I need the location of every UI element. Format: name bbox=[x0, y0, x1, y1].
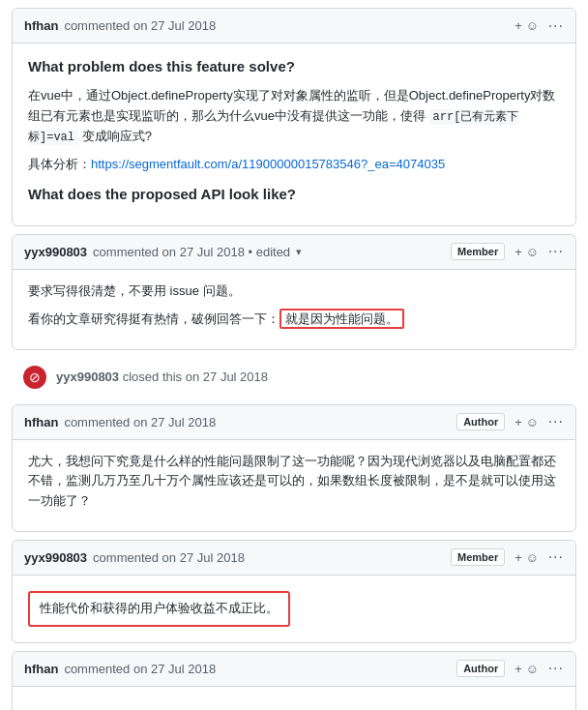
comment-2: yyx990803 commented on 27 Jul 2018 • edi… bbox=[12, 234, 576, 350]
comment-timestamp-4: commented on 27 Jul 2018 bbox=[93, 550, 245, 565]
reaction-button-5[interactable]: + ☺ bbox=[511, 660, 542, 678]
body-para-5: 尤大，我想问下究竟是什么样的性能问题限制了这一功能呢？因为现代浏览器以及电脑配置… bbox=[28, 452, 560, 512]
closed-text: yyx990803 closed this on 27 Jul 2018 bbox=[56, 370, 268, 384]
comment-meta-1: hfhan commented on 27 Jul 2018 bbox=[24, 18, 216, 33]
closed-icon: ⊘ bbox=[23, 366, 46, 389]
comment-body-3: 尤大，我想问下究竟是什么样的性能问题限制了这一功能呢？因为现代浏览器以及电脑配置… bbox=[13, 440, 575, 531]
reaction-button-1[interactable]: + ☺ bbox=[511, 16, 542, 35]
more-button-3[interactable]: ··· bbox=[548, 413, 564, 430]
comment-actions-5: Author + ☺ ··· bbox=[456, 660, 564, 678]
comment-timestamp-2: commented on 27 Jul 2018 • edited bbox=[93, 245, 290, 259]
comment-meta-2: yyx990803 commented on 27 Jul 2018 • edi… bbox=[24, 245, 302, 259]
comment-header-5: hfhan commented on 27 Jul 2018 Author + … bbox=[13, 652, 575, 687]
comment-1: hfhan commented on 27 Jul 2018 + ☺ ··· W… bbox=[12, 8, 576, 226]
member-badge-4: Member bbox=[451, 548, 505, 566]
comment-header-2: yyx990803 commented on 27 Jul 2018 • edi… bbox=[13, 235, 575, 270]
reaction-button-2[interactable]: + ☺ bbox=[511, 243, 542, 261]
comment-author-4[interactable]: yyx990803 bbox=[24, 550, 87, 565]
comment-meta-3: hfhan commented on 27 Jul 2018 bbox=[24, 415, 216, 429]
comment-meta-5: hfhan commented on 27 Jul 2018 bbox=[24, 662, 216, 676]
member-badge-2: Member bbox=[451, 243, 505, 260]
body-para-2: 具体分析：https://segmentfault.com/a/11900000… bbox=[28, 155, 560, 175]
closed-action: closed this on 27 Jul 2018 bbox=[123, 370, 268, 384]
reaction-button-4[interactable]: + ☺ bbox=[511, 548, 542, 567]
comment-header-1: hfhan commented on 27 Jul 2018 + ☺ ··· bbox=[13, 9, 575, 44]
comment-actions-1: + ☺ ··· bbox=[511, 16, 564, 35]
comment-author-3[interactable]: hfhan bbox=[24, 415, 58, 429]
body-link-1[interactable]: https://segmentfault.com/a/1190000001578… bbox=[91, 157, 445, 171]
comment-actions-4: Member + ☺ ··· bbox=[451, 548, 564, 567]
closed-author[interactable]: yyx990803 bbox=[56, 370, 119, 384]
comment-body-1: What problem does this feature solve? 在v… bbox=[13, 44, 575, 225]
comment-actions-2: Member + ☺ ··· bbox=[451, 243, 564, 261]
highlight-text-2: 性能代价和获得的用户体验收益不成正比。 bbox=[28, 591, 290, 627]
author-badge-5: Author bbox=[456, 660, 505, 677]
body-para-4: 看你的文章研究得挺有热情，破例回答一下：就是因为性能问题。 bbox=[28, 310, 560, 330]
comment-4: yyx990803 commented on 27 Jul 2018 Membe… bbox=[12, 540, 576, 643]
body-heading-1: What problem does this feature solve? bbox=[28, 55, 560, 78]
comment-3: hfhan commented on 27 Jul 2018 Author + … bbox=[12, 404, 576, 532]
comment-body-5 bbox=[13, 687, 575, 710]
comment-actions-3: Author + ☺ ··· bbox=[456, 413, 564, 431]
comment-header-3: hfhan commented on 27 Jul 2018 Author + … bbox=[13, 405, 575, 440]
comment-timestamp-1: commented on 27 Jul 2018 bbox=[64, 18, 216, 33]
body-para-1: 在vue中，通过Object.defineProperty实现了对对象属性的监听… bbox=[28, 86, 560, 147]
more-button-5[interactable]: ··· bbox=[548, 660, 564, 677]
comment-body-2: 要求写得很清楚，不要用 issue 问题。 看你的文章研究得挺有热情，破例回答一… bbox=[13, 270, 575, 349]
comment-5: hfhan commented on 27 Jul 2018 Author + … bbox=[12, 651, 576, 710]
comment-meta-4: yyx990803 commented on 27 Jul 2018 bbox=[24, 550, 245, 565]
reaction-button-3[interactable]: + ☺ bbox=[511, 413, 542, 431]
closed-event: ⊘ yyx990803 closed this on 27 Jul 2018 bbox=[12, 358, 576, 397]
body-heading-2: What does the proposed API look like? bbox=[28, 183, 560, 206]
more-button-2[interactable]: ··· bbox=[548, 243, 564, 260]
comment-timestamp-5: commented on 27 Jul 2018 bbox=[64, 662, 216, 676]
comment-header-4: yyx990803 commented on 27 Jul 2018 Membe… bbox=[13, 541, 575, 576]
comment-author-2[interactable]: yyx990803 bbox=[24, 245, 87, 259]
highlight-text-1: 就是因为性能问题。 bbox=[279, 309, 404, 329]
comment-timestamp-3: commented on 27 Jul 2018 bbox=[64, 415, 216, 429]
comment-author-1[interactable]: hfhan bbox=[24, 18, 58, 33]
author-badge-3: Author bbox=[456, 413, 505, 430]
comment-body-4: 性能代价和获得的用户体验收益不成正比。 bbox=[13, 576, 575, 642]
more-button-4[interactable]: ··· bbox=[548, 548, 564, 566]
comment-author-5[interactable]: hfhan bbox=[24, 662, 58, 676]
more-button-1[interactable]: ··· bbox=[548, 17, 564, 35]
edited-dropdown-icon[interactable]: ▾ bbox=[296, 246, 302, 258]
inline-code-1: arr[已有元素下标]=val bbox=[28, 109, 518, 145]
body-para-3: 要求写得很清楚，不要用 issue 问题。 bbox=[28, 281, 560, 302]
